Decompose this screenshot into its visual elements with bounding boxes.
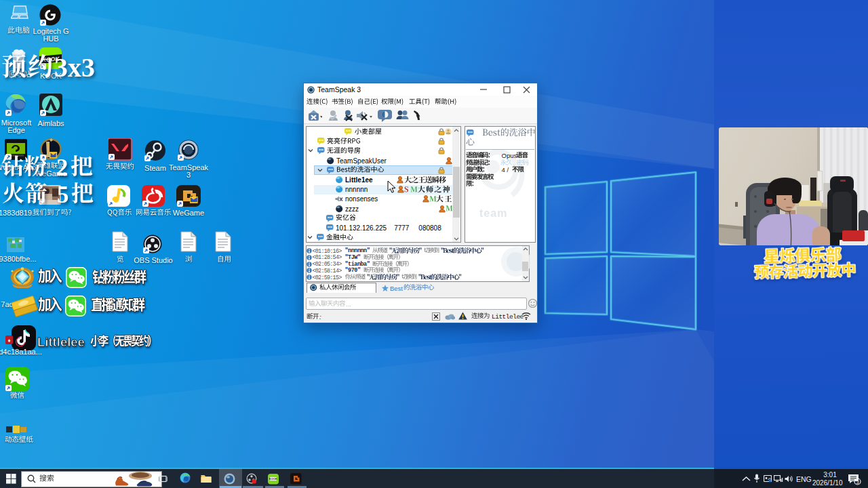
svg-text:KOOK: KOOK — [269, 477, 277, 481]
svg-text:3: 3 — [856, 479, 859, 485]
svg-text:♦: ♦ — [7, 338, 10, 344]
svg-text:team: team — [479, 207, 507, 219]
